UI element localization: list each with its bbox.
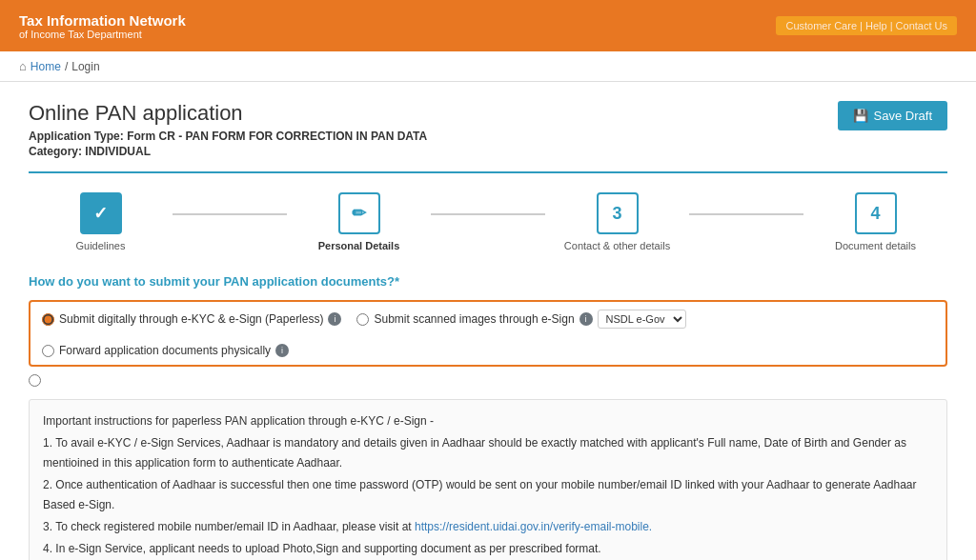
radio-paperless[interactable] bbox=[42, 313, 54, 326]
connector-2-3 bbox=[431, 213, 545, 215]
connector-3-4 bbox=[689, 213, 803, 215]
app-type-value: Form CR - PAN FORM FOR CORRECTION IN PAN… bbox=[127, 130, 427, 143]
instruction-1: 1. To avail e-KYC / e-Sign Services, Aad… bbox=[43, 433, 933, 472]
logo: Tax Information Network of Income Tax De… bbox=[19, 12, 186, 40]
step-3-circle: 3 bbox=[597, 192, 639, 234]
breadcrumb-home[interactable]: Home bbox=[30, 60, 61, 73]
radio-options-container: Submit digitally through e-KYC & e-Sign … bbox=[29, 300, 947, 367]
step-3: 3 Contact & other details bbox=[545, 192, 689, 251]
app-type-row: Application Type: Form CR - PAN FORM FOR… bbox=[29, 130, 427, 143]
category-value: INDIVIDUAL bbox=[85, 145, 151, 158]
option-scanned-label: Submit scanned images through e-Sign bbox=[374, 312, 574, 326]
instruction-2: 2. Once authentication of Aadhaar is suc… bbox=[43, 475, 933, 514]
extra-radio-row bbox=[29, 374, 947, 390]
page-title: Online PAN application bbox=[29, 101, 427, 126]
page-header: Online PAN application Application Type:… bbox=[29, 101, 947, 158]
instruction-4: 4. In e-Sign Service, applicant needs to… bbox=[43, 539, 933, 558]
step-1: ✓ Guidelines bbox=[29, 192, 173, 251]
radio-scanned[interactable] bbox=[356, 313, 369, 326]
info-icon-paperless[interactable]: i bbox=[328, 312, 341, 326]
category-row: Category: INDIVIDUAL bbox=[29, 145, 427, 158]
info-icon-physical[interactable]: i bbox=[275, 344, 289, 357]
step-1-circle: ✓ bbox=[80, 192, 122, 234]
step-2-circle: ✏ bbox=[338, 192, 380, 234]
radio-extra[interactable] bbox=[29, 374, 41, 387]
header-title: Tax Information Network bbox=[19, 12, 186, 29]
app-type-label: Application Type: bbox=[29, 130, 124, 143]
header-contact[interactable]: Customer Care | Help | Contact Us bbox=[776, 16, 957, 35]
breadcrumb-separator: / bbox=[65, 60, 68, 73]
save-draft-button[interactable]: 💾 Save Draft bbox=[838, 101, 947, 130]
info-icon-scanned[interactable]: i bbox=[580, 312, 593, 326]
save-icon: 💾 bbox=[853, 109, 868, 123]
divider bbox=[29, 171, 947, 173]
connector-1-2 bbox=[173, 213, 287, 215]
category-label: Category: bbox=[29, 145, 82, 158]
nsdl-dropdown[interactable]: NSDL e-Gov bbox=[598, 310, 686, 329]
header: Tax Information Network of Income Tax De… bbox=[0, 0, 976, 51]
option-paperless[interactable]: Submit digitally through e-KYC & e-Sign … bbox=[42, 312, 341, 326]
step-1-label: Guidelines bbox=[76, 240, 126, 251]
option-paperless-label: Submit digitally through e-KYC & e-Sign … bbox=[59, 312, 323, 326]
breadcrumb: ⌂ Home / Login bbox=[0, 51, 976, 82]
breadcrumb-current: Login bbox=[71, 60, 99, 73]
home-icon: ⌂ bbox=[19, 59, 27, 73]
step-2: ✏ Personal Details bbox=[287, 192, 431, 251]
instruction-3: 3. To check registered mobile number/ema… bbox=[43, 517, 933, 536]
step-2-label: Personal Details bbox=[318, 240, 400, 251]
header-subtitle: of Income Tax Department bbox=[19, 29, 186, 40]
option-physical[interactable]: Forward application documents physically… bbox=[42, 344, 289, 357]
aadhaar-link[interactable]: https://resident.uidai.gov.in/verify-ema… bbox=[415, 520, 652, 533]
instructions-box: Important instructions for paperless PAN… bbox=[29, 399, 947, 560]
step-4: 4 Document details bbox=[803, 192, 947, 251]
option-scanned[interactable]: Submit scanned images through e-Sign i N… bbox=[356, 310, 685, 329]
page-info: Online PAN application Application Type:… bbox=[29, 101, 427, 158]
steps-container: ✓ Guidelines ✏ Personal Details 3 Contac… bbox=[29, 192, 947, 251]
step-4-circle: 4 bbox=[855, 192, 897, 234]
option-physical-label: Forward application documents physically bbox=[59, 344, 271, 357]
radio-physical[interactable] bbox=[42, 345, 54, 357]
main-content: Online PAN application Application Type:… bbox=[0, 82, 976, 560]
step-4-label: Document details bbox=[835, 240, 916, 251]
save-draft-label: Save Draft bbox=[874, 109, 932, 123]
step-3-label: Contact & other details bbox=[564, 240, 670, 251]
instructions-heading: Important instructions for paperless PAN… bbox=[43, 411, 933, 430]
submission-question: How do you want to submit your PAN appli… bbox=[29, 274, 947, 289]
